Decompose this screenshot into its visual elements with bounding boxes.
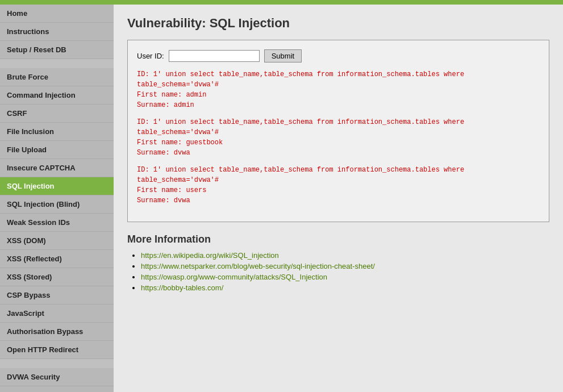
sidebar-item-authorisation-bypass[interactable]: Authorisation Bypass	[0, 323, 114, 341]
link-item-1: https://en.wikipedia.org/wiki/SQL_inject…	[141, 251, 549, 260]
sidebar-item-xss-reflected[interactable]: XSS (Reflected)	[0, 250, 114, 268]
sidebar-item-javascript[interactable]: JavaScript	[0, 305, 114, 323]
link-2[interactable]: https://www.netsparker.com/blog/web-secu…	[141, 262, 375, 270]
result-surname-3: Surname: dvwa	[137, 195, 540, 206]
sidebar-item-xss-dom[interactable]: XSS (DOM)	[0, 232, 114, 250]
sidebar-spacer-1	[0, 59, 114, 68]
user-id-label: User ID:	[137, 52, 164, 60]
sql-injection-form-box: User ID: Submit ID: 1' union select tabl…	[127, 40, 549, 222]
sidebar-item-php-info[interactable]: PHP Info	[0, 386, 114, 392]
sidebar-item-csp-bypass[interactable]: CSP Bypass	[0, 286, 114, 305]
sidebar-item-instructions[interactable]: Instructions	[0, 23, 114, 41]
sidebar-spacer-2	[0, 359, 114, 368]
sidebar-item-setup-reset-db[interactable]: Setup / Reset DB	[0, 41, 114, 59]
sidebar-item-file-upload[interactable]: File Upload	[0, 141, 114, 159]
sidebar-item-weak-session-ids[interactable]: Weak Session IDs	[0, 214, 114, 232]
more-info-links: https://en.wikipedia.org/wiki/SQL_inject…	[127, 251, 549, 292]
user-id-input[interactable]	[169, 50, 260, 62]
page-title: Vulnerability: SQL Injection	[127, 16, 549, 31]
result-id-3: ID: 1' union select table_name,table_sch…	[137, 165, 540, 185]
sidebar-item-brute-force[interactable]: Brute Force	[0, 68, 114, 86]
sidebar-item-sql-injection[interactable]: SQL Injection	[0, 177, 114, 195]
result-block-3: ID: 1' union select table_name,table_sch…	[137, 165, 540, 206]
link-1[interactable]: https://en.wikipedia.org/wiki/SQL_inject…	[141, 251, 279, 260]
link-4[interactable]: https://bobby-tables.com/	[141, 283, 223, 292]
result-firstname-3: First name: users	[137, 185, 540, 195]
sidebar-item-file-inclusion[interactable]: File Inclusion	[0, 123, 114, 141]
link-item-4: https://bobby-tables.com/	[141, 283, 549, 292]
result-surname-2: Surname: dvwa	[137, 148, 540, 158]
result-surname-1: Surname: admin	[137, 100, 540, 110]
result-block-2: ID: 1' union select table_name,table_sch…	[137, 117, 540, 158]
result-firstname-1: First name: admin	[137, 90, 540, 100]
sidebar-item-csrf[interactable]: CSRF	[0, 105, 114, 123]
user-id-row: User ID: Submit	[137, 49, 540, 62]
result-block-1: ID: 1' union select table_name,table_sch…	[137, 69, 540, 110]
result-id-1: ID: 1' union select table_name,table_sch…	[137, 69, 540, 90]
submit-button[interactable]: Submit	[264, 49, 302, 62]
result-id-2: ID: 1' union select table_name,table_sch…	[137, 117, 540, 137]
main-content: Vulnerability: SQL Injection User ID: Su…	[114, 5, 563, 392]
sidebar-item-xss-stored[interactable]: XSS (Stored)	[0, 268, 114, 286]
more-info-title: More Information	[127, 233, 549, 245]
sidebar-item-home[interactable]: Home	[0, 5, 114, 23]
sidebar-item-sql-injection-blind[interactable]: SQL Injection (Blind)	[0, 195, 114, 214]
result-firstname-2: First name: guestbook	[137, 137, 540, 148]
sidebar-item-insecure-captcha[interactable]: Insecure CAPTCHA	[0, 159, 114, 177]
top-bar	[0, 0, 563, 5]
sidebar: Home Instructions Setup / Reset DB Brute…	[0, 5, 114, 392]
sidebar-item-open-http-redirect[interactable]: Open HTTP Redirect	[0, 341, 114, 359]
sidebar-item-command-injection[interactable]: Command Injection	[0, 86, 114, 105]
link-3[interactable]: https://owasp.org/www-community/attacks/…	[141, 273, 327, 281]
sidebar-item-dvwa-security[interactable]: DVWA Security	[0, 368, 114, 386]
link-item-2: https://www.netsparker.com/blog/web-secu…	[141, 262, 549, 270]
link-item-3: https://owasp.org/www-community/attacks/…	[141, 273, 549, 281]
